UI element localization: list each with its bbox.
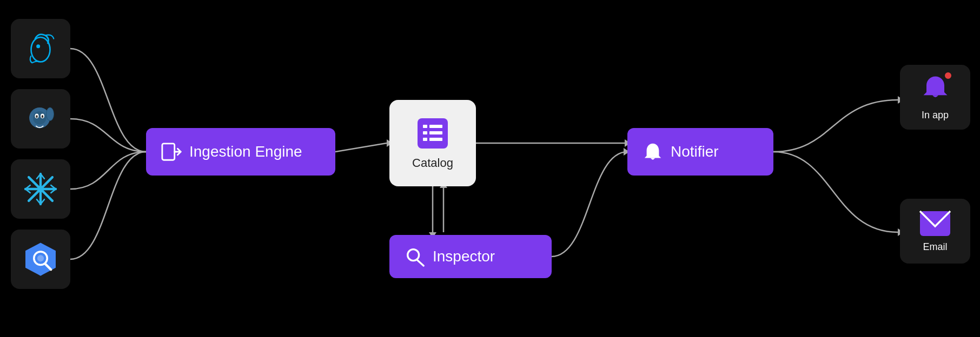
svg-point-11 (31, 37, 50, 62)
svg-rect-43 (429, 131, 442, 134)
svg-point-15 (33, 111, 47, 125)
svg-rect-45 (429, 138, 442, 141)
email-label: Email (923, 241, 947, 253)
inapp-label: In app (922, 110, 949, 121)
svg-rect-42 (423, 131, 427, 134)
notifier-node[interactable]: Notifier (627, 128, 773, 176)
svg-rect-44 (423, 138, 427, 141)
catalog-icon (415, 116, 450, 151)
diagram: Ingestion Engine Catalog Inspector Notif… (0, 0, 980, 337)
mysql-icon (22, 30, 59, 68)
svg-rect-41 (429, 125, 442, 128)
source-snowflake (11, 159, 70, 219)
search-icon (405, 246, 425, 267)
svg-point-19 (42, 115, 44, 118)
bell-icon (643, 141, 663, 162)
svg-point-36 (37, 255, 44, 261)
email-icon (919, 210, 951, 237)
svg-point-18 (36, 115, 38, 118)
source-mysql (11, 19, 70, 78)
bigquery-icon (22, 240, 59, 278)
ingestion-engine-label: Ingestion Engine (189, 143, 302, 160)
inspector-node[interactable]: Inspector (389, 235, 552, 278)
svg-line-47 (418, 260, 423, 266)
source-bigquery (11, 230, 70, 289)
svg-point-12 (36, 44, 40, 48)
inspector-label: Inspector (433, 248, 495, 265)
source-postgres (11, 89, 70, 149)
catalog-label: Catalog (412, 156, 453, 170)
svg-point-46 (408, 250, 419, 261)
dest-inapp: In app (900, 65, 970, 130)
snowflake-icon (22, 170, 59, 208)
postgres-icon (22, 100, 59, 138)
dest-email: Email (900, 199, 970, 264)
svg-rect-40 (423, 125, 427, 128)
login-icon (161, 141, 182, 162)
svg-point-24 (37, 186, 44, 192)
notifier-label: Notifier (671, 143, 719, 160)
svg-rect-37 (162, 144, 175, 160)
svg-point-14 (47, 107, 54, 121)
catalog-node[interactable]: Catalog (389, 100, 476, 186)
ingestion-engine-node[interactable]: Ingestion Engine (146, 128, 335, 176)
svg-line-0 (335, 143, 387, 152)
